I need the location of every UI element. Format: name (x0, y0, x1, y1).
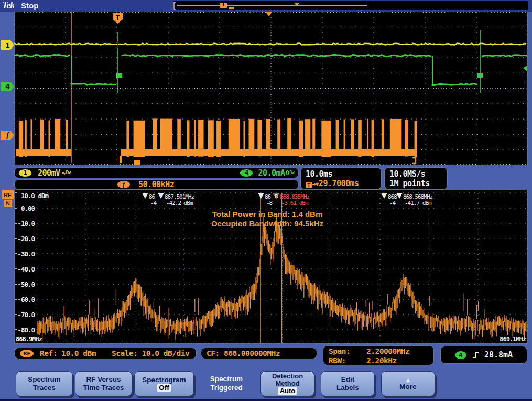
peak-marker (158, 193, 164, 199)
y-axis-tick-label: -60.0 (17, 296, 35, 304)
chevron-up-icon: ▲ (405, 376, 411, 383)
spectrum-time-left-bracket (134, 160, 140, 165)
ch4-impedance-icon: Ω (286, 169, 289, 177)
y-axis-tick-label: -70.0 (17, 311, 35, 319)
detection-method-button[interactable]: DetectionMethodAuto (260, 371, 314, 396)
svg-text:R: R (275, 193, 278, 199)
acquisition-status: Stop (21, 1, 38, 10)
spectrum-triggered-mode-label[interactable]: Spectrum Triggered (197, 374, 256, 392)
ch4-bandwidth-icon: Bw (289, 170, 294, 175)
total-power-annotation: Total Power in Band: 1.4 dBm (37, 210, 498, 219)
record-view-strip (173, 1, 528, 10)
ch4-trace (482, 55, 527, 57)
rf-freq-trace-handle: f (1, 131, 14, 140)
record-view-graphic (173, 1, 528, 10)
acquisition-readout-box: 10.0MS/s 1M points (384, 167, 448, 190)
svg-text:10.0 dBm: 10.0 dBm (21, 192, 49, 200)
spectrogram-state: Off (157, 384, 171, 392)
marker-amplitude-label: -41.7 dBm (405, 200, 432, 207)
y-axis-tick-label: -30.0 (17, 250, 35, 258)
peak-marker (143, 193, 148, 199)
trigger-t-icon: T (306, 182, 312, 188)
ch4-trace (122, 55, 431, 56)
y-axis-tick-label: -50.0 (17, 280, 35, 288)
span-rbw-readout-box: Span:2.20000MHz RBW:2.20kHz (323, 345, 434, 365)
center-frequency-readout-box: CF: 868.000000MHz (201, 348, 317, 359)
ch4-position-handle: 4 (1, 82, 14, 91)
ch1-bandwidth-icon: Bw (66, 170, 71, 175)
ch1-badge: 1 (19, 169, 31, 177)
marker-amplitude-label: -3.61 dBm (281, 200, 309, 207)
header-bar: Tek Stop (0, 0, 532, 12)
span-value: 2.20000MHz (366, 347, 409, 355)
more-button[interactable]: ▲ More (381, 371, 435, 396)
ch1-trace (15, 44, 526, 45)
occupied-bandwidth-annotation: Occupied Bandwidth: 94.5kHz (37, 219, 498, 229)
tek-logo: Tek (2, 0, 14, 11)
softkey-menu-bar: SpectrumTraces RF VersusTime Traces Spec… (0, 367, 532, 401)
ch4-trace (71, 83, 116, 85)
rf-ref-level-readout: Ref: 10.0 dBm (40, 349, 96, 357)
freq-axis-right-label: 869.1MHz (500, 335, 526, 343)
y-axis-tick-label: -80.0 (17, 326, 35, 334)
trigger-level-readout: 28.8mA (484, 350, 513, 360)
ch4-trace (432, 84, 477, 85)
ch4-right-edge-marker (523, 65, 527, 71)
span-label: Span: (329, 346, 366, 356)
marker-amplitude-label: -8 (266, 200, 273, 207)
y-axis-tick-label: -40.0 (17, 265, 35, 273)
arrow-icon: → (312, 180, 316, 188)
peak-marker (258, 193, 264, 199)
horizontal-scale: 10.0ms (306, 169, 376, 179)
rising-edge-icon (472, 351, 481, 359)
rf-freq-readout-box: f 50.00kHz (14, 179, 299, 190)
time-domain-graticule: T (14, 12, 528, 165)
spectrum-traces-button[interactable]: SpectrumTraces (16, 371, 73, 396)
center-frequency-readout: CF: 868.000000MHz (207, 349, 280, 357)
marker-amplitude-label: -42.2 dBm (166, 200, 193, 207)
ch1-position-handle: 1 (1, 40, 14, 50)
record-left-bracket (174, 2, 176, 9)
record-length-readout: 1M points (389, 179, 442, 188)
ch1-scale-readout: 200mV (38, 168, 60, 178)
marker-amplitude-label: -4 (389, 200, 396, 207)
marker-amplitude-label: -4 (150, 200, 157, 207)
trigger-source-badge: 4 (455, 351, 466, 359)
trigger-position-readout: 29.7000ms (319, 179, 359, 188)
y-axis-tick-label: -10.0 (17, 220, 35, 227)
detection-method-state: Auto (278, 387, 298, 395)
ch4-scale-readout: 20.0mA (258, 168, 285, 178)
ch4-badge: 4 (240, 169, 253, 177)
spectrum-annotations: Total Power in Band: 1.4 dBm Occupied Ba… (37, 210, 498, 229)
rf-channel-badge: RF (2, 190, 14, 199)
freq-axis-left-label: 866.9MHz (16, 335, 42, 343)
rf-badge: RF (20, 350, 34, 357)
trigger-position-marker (266, 12, 272, 16)
rf-freq-badge: f (117, 181, 130, 188)
spectrum-time-right-bracket (412, 158, 416, 164)
trigger-readout-box: 4 28.8mA (440, 346, 527, 364)
time-domain-display: T (14, 12, 528, 165)
edit-labels-button[interactable]: EditLabels (321, 371, 375, 396)
rf-burst-trace (16, 118, 417, 165)
rbw-label: RBW: (329, 356, 366, 365)
rf-normal-trace-badge: N (4, 200, 12, 207)
rf-freq-scale-readout: 50.00kHz (138, 180, 174, 189)
spectrogram-button[interactable]: SpectrogramOff (134, 371, 194, 396)
horizontal-readout-box: 10.0ms T→▼29.7000ms (300, 167, 382, 190)
peak-marker (382, 193, 387, 199)
rbw-value: 2.20kHz (366, 356, 397, 365)
svg-text:T: T (116, 14, 120, 21)
rf-vertical-readout-box: RF Ref: 10.0 dBm Scale: 10.0 dB/div (14, 348, 197, 359)
ch1-coupling-icon: ∿ (62, 170, 66, 176)
ch4-trace (15, 55, 70, 56)
peak-marker (397, 193, 403, 199)
channel-readout-box: 1 200mV ∿ Bw 4 20.0mA Ω Bw (14, 167, 299, 178)
sample-rate-readout: 10.0MS/s (389, 169, 442, 179)
y-axis-tick-label: -20.0 (17, 235, 35, 243)
oscilloscope-screen: Tek Stop T 1 4 f 1 200mV ∿ Bw 4 20.0mA Ω… (0, 0, 532, 401)
rf-scale-readout: Scale: 10.0 dB/div (112, 349, 189, 357)
rf-versus-time-traces-button[interactable]: RF VersusTime Traces (75, 371, 132, 396)
y-axis-tick-label: 0.00 (21, 204, 35, 212)
